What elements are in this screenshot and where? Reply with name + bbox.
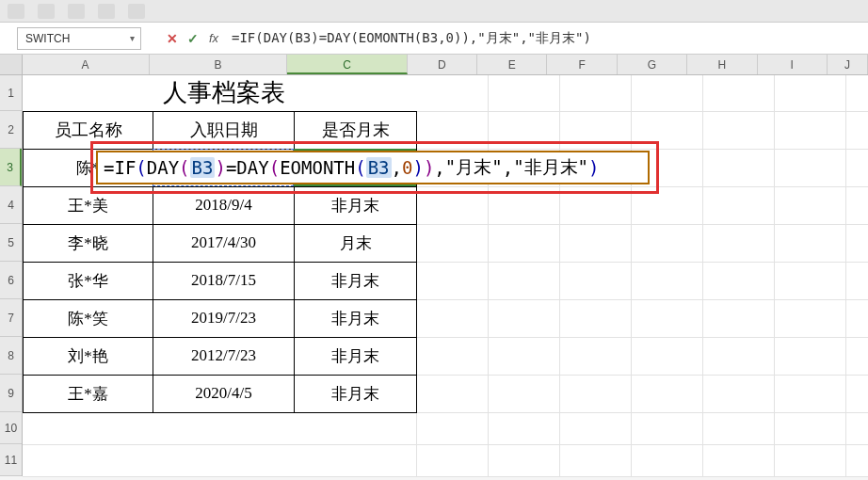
th-eom: 是否月末 <box>295 111 417 149</box>
toolbar-icon[interactable] <box>98 4 115 19</box>
toolbar-icon[interactable] <box>68 4 85 19</box>
col-header-C[interactable]: C <box>287 55 407 74</box>
col-header-A[interactable]: A <box>23 55 150 74</box>
table-row: 张*华 2018/7/15 非月末 <box>24 262 417 299</box>
grid: 1 2 3 4 5 6 7 8 9 10 11 <box>0 75 868 476</box>
table-row: 陈*笑 2019/7/23 非月末 <box>24 299 417 337</box>
formula-token: "月末" <box>445 155 503 180</box>
row-headers: 1 2 3 4 5 6 7 8 9 10 11 <box>0 75 23 476</box>
row-header-5[interactable]: 5 <box>0 224 22 262</box>
formula-token: EOMONTH <box>280 157 355 178</box>
fx-icon[interactable]: fx <box>203 31 224 45</box>
formula-token: "非月末" <box>513 155 588 180</box>
formula-cancel-button[interactable]: ✕ <box>162 31 183 46</box>
formula-token: B3 <box>366 157 392 178</box>
formula-token: ( <box>355 157 365 178</box>
toolbar-icon[interactable] <box>8 4 24 19</box>
row-header-1[interactable]: 1 <box>0 75 22 111</box>
cell-date[interactable]: 2018/7/15 <box>153 262 295 299</box>
formula-token: ( <box>269 157 280 178</box>
cell-date[interactable]: 2019/7/23 <box>153 299 295 337</box>
cell-name[interactable]: 王*美 <box>24 186 153 224</box>
formula-token: ) <box>588 157 599 178</box>
cell-date[interactable]: 2020/4/5 <box>153 375 295 412</box>
th-date: 入职日期 <box>153 111 295 149</box>
toolbar-top <box>0 0 868 23</box>
col-header-E[interactable]: E <box>477 55 547 74</box>
name-box[interactable]: SWITCH ▾ <box>17 27 141 50</box>
cell-eom[interactable]: 非月末 <box>295 299 417 337</box>
select-all-corner[interactable] <box>0 55 23 74</box>
col-header-D[interactable]: D <box>408 55 477 74</box>
cell-eom[interactable]: 月末 <box>295 224 417 262</box>
formula-enter-button[interactable]: ✓ <box>183 31 203 46</box>
cell-eom[interactable]: 非月末 <box>295 375 417 412</box>
cell-formula-editor[interactable]: =IF(DAY(B3)=DAY(EOMONTH(B3,0)),"月末","非月末… <box>96 151 650 184</box>
row-header-10[interactable]: 10 <box>0 412 22 444</box>
col-header-G[interactable]: G <box>618 55 687 74</box>
toolbar-icon[interactable] <box>128 4 145 19</box>
formula-token: B3 <box>190 157 216 178</box>
row-header-4[interactable]: 4 <box>0 186 22 224</box>
formula-input[interactable] <box>224 27 868 50</box>
cell-eom[interactable]: 非月末 <box>295 262 417 299</box>
col-header-J[interactable]: J <box>828 55 868 74</box>
row-header-2[interactable]: 2 <box>0 111 22 149</box>
col-header-F[interactable]: F <box>547 55 617 74</box>
toolbar-icon[interactable] <box>38 4 55 19</box>
col-header-H[interactable]: H <box>687 55 757 74</box>
row-header-11[interactable]: 11 <box>0 444 22 476</box>
formula-token: , <box>503 157 513 178</box>
th-name: 员工名称 <box>24 111 153 149</box>
data-table: 人事档案表 员工名称 入职日期 是否月末 陈* 王*美 2018/9/4 非月末… <box>23 75 417 413</box>
formula-token: =IF <box>104 157 136 178</box>
cell-name[interactable]: 王*嘉 <box>24 375 153 412</box>
formula-bar-row: SWITCH ▾ ✕ ✓ fx <box>0 23 868 55</box>
cell-eom[interactable]: 非月末 <box>295 337 417 375</box>
row-header-7[interactable]: 7 <box>0 299 22 337</box>
name-box-value: SWITCH <box>18 32 123 45</box>
cell-date[interactable]: 2012/7/23 <box>153 337 295 375</box>
formula-token: ) <box>424 157 434 178</box>
table-row: 王*美 2018/9/4 非月末 <box>24 186 417 224</box>
formula-token: ) <box>215 157 225 178</box>
formula-token: ( <box>136 157 146 178</box>
cell-name[interactable]: 李*晓 <box>24 224 153 262</box>
col-header-B[interactable]: B <box>150 55 288 74</box>
col-header-I[interactable]: I <box>758 55 828 74</box>
chevron-down-icon[interactable]: ▾ <box>123 33 140 43</box>
formula-token: , <box>392 157 402 178</box>
cell-date[interactable]: 2018/9/4 <box>153 186 295 224</box>
table-row: 刘*艳 2012/7/23 非月末 <box>24 337 417 375</box>
cell-date[interactable]: 2017/4/30 <box>153 224 295 262</box>
cells-area[interactable]: 人事档案表 员工名称 入职日期 是否月末 陈* 王*美 2018/9/4 非月末… <box>23 75 868 476</box>
row-header-8[interactable]: 8 <box>0 337 22 375</box>
row-header-3[interactable]: 3 <box>0 149 22 186</box>
formula-token: =DAY <box>226 157 269 178</box>
formula-token: ( <box>179 157 189 178</box>
cell-name[interactable]: 刘*艳 <box>24 337 153 375</box>
table-row: 王*嘉 2020/4/5 非月末 <box>24 375 417 412</box>
cell-name[interactable]: 陈*笑 <box>24 299 153 337</box>
formula-token: , <box>434 157 444 178</box>
table-row: 李*晓 2017/4/30 月末 <box>24 224 417 262</box>
table-title: 人事档案表 <box>153 75 295 111</box>
row-header-6[interactable]: 6 <box>0 262 22 299</box>
cell-eom[interactable]: 非月末 <box>295 186 417 224</box>
formula-token: ) <box>412 157 423 178</box>
column-headers: A B C D E F G H I J <box>0 55 868 75</box>
cell-name[interactable]: 张*华 <box>24 262 153 299</box>
formula-token: 0 <box>402 157 412 178</box>
formula-token: DAY <box>147 157 179 178</box>
row-header-9[interactable]: 9 <box>0 375 22 412</box>
